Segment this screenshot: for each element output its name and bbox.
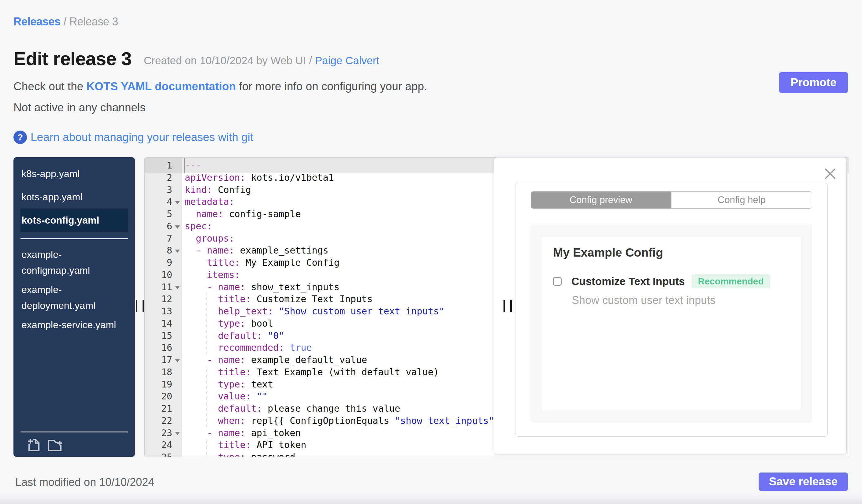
last-modified-text: Last modified on 10/10/2024 [15, 476, 154, 489]
promote-button[interactable]: Promote [779, 72, 848, 93]
indent-guide [207, 366, 207, 427]
config-item-row: Customize Text Inputs Recommended [553, 274, 770, 288]
breadcrumb-current: Release 3 [69, 15, 118, 28]
learn-git-link[interactable]: Learn about managing your releases with … [30, 131, 253, 144]
file-list: k8s-app.yamlkots-app.yamlkots-config.yam… [13, 157, 135, 336]
recommended-badge: Recommended [692, 274, 770, 288]
learn-row: ? Learn about managing your releases wit… [13, 131, 253, 144]
indent-guide [207, 293, 207, 354]
divider [21, 238, 128, 239]
config-tabbar: Config preview Config help [531, 191, 812, 209]
line-number: 23 [145, 427, 182, 439]
line-number: 7 [145, 233, 182, 245]
line-number: 25 [145, 451, 182, 457]
created-text: Created on 10/10/2024 by Web UI / [144, 54, 315, 66]
breadcrumb-releases-link[interactable]: Releases [13, 15, 61, 28]
customize-text-inputs-checkbox[interactable] [553, 277, 562, 286]
config-group-title: My Example Config [553, 246, 663, 259]
tab-config-help[interactable]: Config help [671, 191, 812, 209]
line-number: 1 [145, 159, 182, 172]
save-release-button[interactable]: Save release [759, 473, 848, 491]
line-number: 20 [145, 390, 182, 402]
indent-guide [207, 439, 207, 457]
file-item-example-configmap.yaml[interactable]: example-configmap.yaml [21, 243, 128, 282]
line-number: 24 [145, 439, 182, 451]
sidebar-resize-handle[interactable] [136, 300, 144, 312]
line-number: 9 [145, 256, 182, 269]
line-number: 16 [145, 342, 182, 354]
fold-arrow-icon[interactable] [175, 286, 180, 289]
line-number: 5 [145, 208, 182, 220]
sidebar-bottom [13, 432, 135, 457]
line-number: 8 [145, 244, 182, 256]
line-number: 11 [145, 281, 182, 293]
config-panel-inner: Config preview Config help My Example Co… [515, 183, 828, 437]
fold-arrow-icon[interactable] [175, 432, 180, 435]
close-icon[interactable] [824, 167, 836, 179]
file-tree-sidebar: k8s-app.yamlkots-app.yamlkots-config.yam… [13, 157, 135, 457]
created-line: Created on 10/10/2024 by Web UI / Paige … [144, 54, 379, 67]
question-mark-icon: ? [13, 131, 27, 144]
new-file-icon[interactable] [27, 438, 41, 452]
line-number: 21 [145, 402, 182, 415]
config-item-help-text: Show custom user text inputs [572, 294, 716, 307]
fold-arrow-icon[interactable] [175, 201, 180, 204]
breadcrumb-separator: / [61, 15, 69, 28]
line-number: 13 [145, 305, 182, 317]
divider [21, 432, 128, 433]
panel-resize-handle[interactable] [504, 300, 512, 312]
line-number: 6 [145, 220, 182, 233]
created-by-link[interactable]: Paige Calvert [315, 54, 379, 66]
fold-arrow-icon[interactable] [175, 359, 180, 362]
line-number: 10 [145, 269, 182, 281]
config-item-label[interactable]: Customize Text Inputs [571, 275, 685, 288]
line-number: 22 [145, 415, 182, 427]
docs-line: Check out the KOTS YAML documentation fo… [13, 80, 427, 93]
fold-arrow-icon[interactable] [175, 225, 180, 229]
text-cursor [184, 158, 185, 173]
line-number: 14 [145, 317, 182, 330]
line-number: 4 [145, 196, 182, 208]
line-number: 18 [145, 366, 182, 378]
channel-status: Not active in any channels [13, 101, 146, 114]
docs-prefix: Check out the [13, 80, 87, 93]
line-number: 2 [145, 172, 182, 184]
file-item-kots-config.yaml[interactable]: kots-config.yaml [21, 209, 128, 232]
new-folder-icon[interactable] [47, 438, 63, 452]
breadcrumb: Releases / Release 3 [13, 15, 118, 28]
fold-arrow-icon[interactable] [175, 250, 180, 253]
config-preview-panel: Config preview Config help My Example Co… [494, 157, 847, 454]
tab-config-preview[interactable]: Config preview [531, 191, 671, 209]
kots-yaml-documentation-link[interactable]: KOTS YAML documentation [87, 80, 236, 93]
page-title: Edit release 3 [13, 48, 132, 69]
file-item-kots-app.yaml[interactable]: kots-app.yaml [21, 185, 128, 209]
config-card: My Example Config Customize Text Inputs … [542, 236, 801, 410]
config-preview-body: My Example Config Customize Text Inputs … [531, 225, 812, 422]
file-item-k8s-app.yaml[interactable]: k8s-app.yaml [21, 162, 128, 185]
file-item-example-service.yaml[interactable]: example-service.yaml [21, 313, 128, 336]
line-number: 15 [145, 330, 182, 342]
line-number: 3 [145, 184, 182, 196]
file-item-example-deployment.yaml[interactable]: example-deployment.yaml [21, 278, 128, 317]
line-number: 17 [145, 354, 182, 366]
docs-suffix: for more info on configuring your app. [236, 80, 427, 93]
line-number: 12 [145, 293, 182, 305]
line-number: 19 [145, 378, 182, 390]
